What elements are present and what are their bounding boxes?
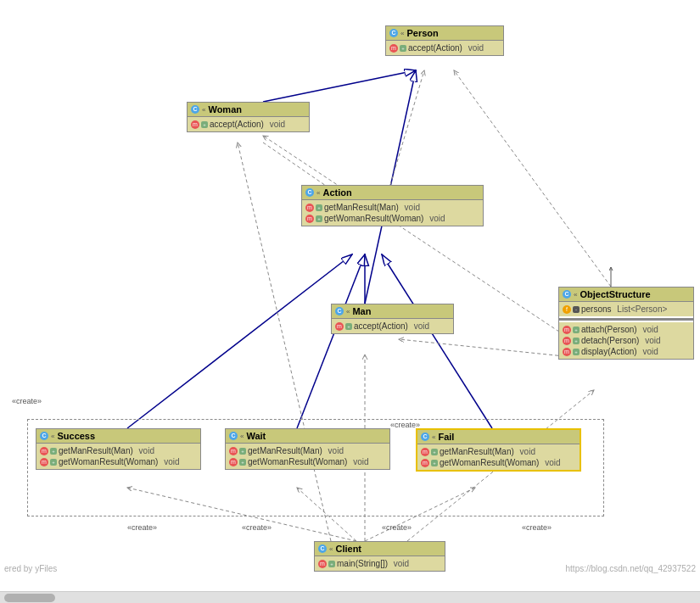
method-icon: m xyxy=(229,447,238,455)
method-icon: m xyxy=(40,458,48,466)
icon-c: C xyxy=(563,290,571,299)
vis-icon: + xyxy=(345,323,352,330)
field-icon: f xyxy=(563,305,571,314)
vis-icon: + xyxy=(50,459,57,466)
icon-c: C xyxy=(335,307,344,315)
svg-line-0 xyxy=(263,70,416,102)
vis-icon: + xyxy=(239,459,246,466)
class-success-method-1: m + getWomanResult(Woman) void xyxy=(40,456,197,467)
class-client-body: m + main(String[]) void xyxy=(315,556,445,571)
vis-icon: + xyxy=(50,448,57,455)
svg-line-4 xyxy=(390,70,424,185)
class-success-body: m + getManResult(Man) void m + getWomanR… xyxy=(36,444,200,469)
create-label-fail: «create» xyxy=(382,523,412,532)
icon-c: C xyxy=(421,433,429,441)
watermark-left: ered by yFiles xyxy=(4,564,57,573)
class-fail-method-0: m + getManResult(Man) void xyxy=(421,446,576,457)
method-icon: m xyxy=(421,448,429,456)
class-fail: C « Fail m + getManResult(Man) void m + … xyxy=(416,428,581,472)
icon-c: C xyxy=(305,188,314,197)
class-action-name: Action xyxy=(322,187,351,198)
class-objectstructure-header: C « ObjectStructure xyxy=(559,288,693,302)
class-objectstructure-fields: f - persons List<Person> xyxy=(559,302,693,316)
class-wait-name: Wait xyxy=(246,431,266,441)
method-icon: m xyxy=(229,458,238,466)
method-icon: m xyxy=(335,322,344,331)
class-woman-header: C « Woman xyxy=(188,103,309,117)
class-person-method-0: m + accept(Action) void xyxy=(389,42,500,53)
class-client-header: C « Client xyxy=(315,542,445,556)
svg-line-12 xyxy=(365,488,475,541)
method-icon: m xyxy=(305,215,314,223)
class-woman-name: Woman xyxy=(208,104,242,114)
icon-c: C xyxy=(40,432,48,440)
class-client-method-0: m + main(String[]) void xyxy=(318,558,441,569)
icon-c: C xyxy=(318,544,327,553)
method-icon: m xyxy=(389,44,398,53)
vis-icon: + xyxy=(201,121,208,128)
icon-c: C xyxy=(229,432,238,440)
vis-icon: + xyxy=(400,45,406,52)
class-man: C « Man m + accept(Action) void xyxy=(331,304,454,334)
svg-line-9 xyxy=(382,254,492,428)
scrollbar-thumb[interactable] xyxy=(4,594,55,602)
class-wait-method-1: m + getWomanResult(Woman) void xyxy=(229,456,386,467)
method-icon: m xyxy=(191,120,199,129)
class-fail-body: m + getManResult(Man) void m + getWomanR… xyxy=(417,444,580,470)
vis-icon: + xyxy=(573,349,580,355)
class-success: C « Success m + getManResult(Man) void m… xyxy=(36,428,201,470)
vis-icon: + xyxy=(573,338,580,344)
divider xyxy=(559,318,693,321)
class-wait: C « Wait m + getManResult(Man) void m + … xyxy=(225,428,390,470)
icon-c: C xyxy=(191,105,199,114)
svg-line-5 xyxy=(454,70,611,287)
class-action: C « Action m + getManResult(Man) void m … xyxy=(301,185,484,226)
vis-icon: - xyxy=(573,306,580,313)
class-man-method-0: m + accept(Action) void xyxy=(335,321,450,332)
class-objectstructure-method-1: m + detach(Person) void xyxy=(563,335,690,346)
method-icon: m xyxy=(421,459,429,467)
method-icon: m xyxy=(563,326,571,334)
class-person-name: Person xyxy=(406,28,438,38)
svg-line-8 xyxy=(297,254,365,428)
method-icon: m xyxy=(40,447,48,455)
horizontal-scrollbar[interactable] xyxy=(0,591,700,603)
method-icon: m xyxy=(563,348,571,356)
class-fail-header: C « Fail xyxy=(417,430,580,444)
class-objectstructure: C « ObjectStructure f - persons List<Per… xyxy=(558,287,694,360)
svg-line-10 xyxy=(127,488,356,541)
class-success-method-0: m + getManResult(Man) void xyxy=(40,445,197,456)
class-wait-method-0: m + getManResult(Man) void xyxy=(229,445,386,456)
class-man-header: C « Man xyxy=(332,304,453,319)
svg-line-7 xyxy=(127,254,352,428)
class-wait-header: C « Wait xyxy=(226,429,389,444)
create-label-man: «create» xyxy=(390,421,420,429)
class-success-header: C « Success xyxy=(36,429,200,444)
method-icon: m xyxy=(318,560,327,568)
class-objectstructure-field-0: f - persons List<Person> xyxy=(563,304,690,315)
class-success-name: Success xyxy=(57,431,95,441)
class-action-method-0: m + getManResult(Man) void xyxy=(305,202,479,213)
create-label-success: «create» xyxy=(127,523,157,532)
class-objectstructure-method-0: m + attach(Person) void xyxy=(563,324,690,335)
class-client: C « Client m + main(String[]) void xyxy=(314,541,445,572)
create-label-wait: «create» xyxy=(242,523,272,532)
class-man-name: Man xyxy=(352,306,371,316)
vis-icon: + xyxy=(431,460,438,466)
vis-icon: + xyxy=(239,448,246,455)
class-person-header: C « Person xyxy=(386,26,503,41)
svg-line-11 xyxy=(297,488,356,541)
class-objectstructure-name: ObjectStructure xyxy=(580,289,650,299)
class-action-body: m + getManResult(Man) void m + getWomanR… xyxy=(302,200,483,226)
class-woman-method-0: m + accept(Action) void xyxy=(191,119,305,130)
vis-icon: + xyxy=(431,449,438,455)
icon-c: C xyxy=(389,29,398,37)
vis-icon: + xyxy=(328,561,335,567)
class-man-body: m + accept(Action) void xyxy=(332,319,453,333)
class-person-body: m + accept(Action) void xyxy=(386,41,503,55)
class-action-method-1: m + getWomanResult(Woman) void xyxy=(305,213,479,224)
class-client-name: Client xyxy=(335,544,361,554)
diagram-container: C « Person m + accept(Action) void C « W… xyxy=(0,0,700,603)
class-action-header: C « Action xyxy=(302,186,483,200)
method-icon: m xyxy=(563,337,571,345)
